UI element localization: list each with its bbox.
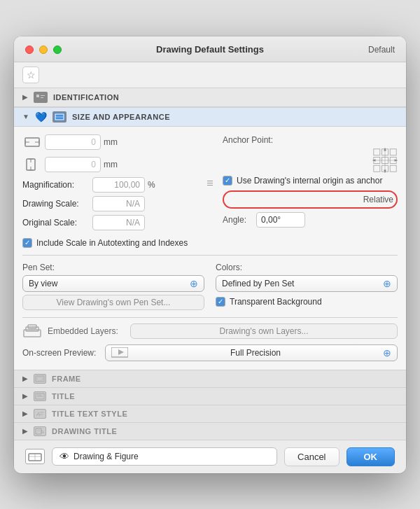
heart-icon: 💙 [35,111,47,123]
drawing-title-icon [34,426,46,436]
include-scale-label: Include Scale in Autotexting and Indexes [36,238,188,248]
include-scale-checkbox[interactable]: ✓ [22,238,32,248]
width-icon [22,132,42,152]
separator-2 [22,317,398,318]
minimize-button[interactable] [39,46,48,54]
section-title[interactable]: ▶ TITLE [14,387,406,405]
collapse-arrow-identification: ▶ [22,93,28,101]
height-icon [22,155,42,174]
penset-dropdown-arrow: ⊕ [190,278,198,289]
star-icon[interactable]: ☆ [22,67,39,83]
use-internal-origin-label: Use Drawing's internal origin as anchor [237,176,382,186]
default-button[interactable]: Default [368,45,395,55]
frame-arrow: ▶ [22,375,28,382]
close-button[interactable] [25,46,34,54]
width-input[interactable]: 0 [45,134,101,150]
magnification-row: Magnification: % [22,177,197,193]
section-title-text-style[interactable]: ▶ A TITLE TEXT STYLE [14,405,406,422]
anchor-crosshair [372,148,398,173]
embedded-layers-icon [22,324,42,338]
height-input[interactable]: 0 [45,157,101,172]
penset-value: By view [29,279,57,288]
width-unit: mm [104,137,118,147]
section-identification[interactable]: ▶ IDENTIFICATION [14,88,406,107]
colors-dropdown[interactable]: Defined by Pen Set ⊕ [216,275,398,292]
angle-row: Angle: 0,00° [223,212,398,228]
height-row: 0 mm [22,155,197,174]
transparent-bg-check: ✓ [218,298,223,305]
transparent-bg-row: ✓ Transparent Background [216,295,398,309]
drawing-scale-row: Drawing Scale: [22,196,197,211]
title-text-style-arrow: ▶ [22,410,28,417]
title-label: TITLE [52,392,75,400]
embedded-layers-row: Embedded Layers: Drawing's own Layers... [22,321,398,342]
anchor-label: Anchor Point: [223,135,398,145]
drawing-scale-input[interactable] [92,196,145,211]
size-appearance-label: SIZE AND APPEARANCE [72,113,170,121]
bottom-bar: 👁 Drawing & Figure Cancel OK [14,440,406,473]
include-scale-row: ✓ Include Scale in Autotexting and Index… [22,234,398,252]
svg-text:A: A [36,411,40,417]
colors-dropdown-arrow: ⊕ [383,278,391,289]
svg-rect-38 [37,377,43,380]
drawing-scale-label: Drawing Scale: [22,199,92,209]
onscreen-preview-row: On-screen Preview: Full Precision ⊕ [22,342,398,364]
identification-label: IDENTIFICATION [53,93,119,102]
section-drawing-title[interactable]: ▶ DRAWING TITLE [14,422,406,440]
embedded-layers-button[interactable]: Drawing's own Layers... [130,323,398,339]
svg-rect-17 [374,148,380,155]
svg-marker-46 [41,430,44,433]
onscreen-preview-dropdown[interactable]: Full Precision ⊕ [105,344,398,361]
magnification-label: Magnification: [22,180,92,190]
title-text-style-icon: A [34,409,46,419]
use-internal-origin-checkbox[interactable]: ✓ [223,176,232,186]
main-window: Drawing Default Settings Default ☆ ▶ IDE… [14,36,406,473]
penset-col-label: Pen Set: [22,263,204,272]
original-scale-input[interactable] [92,215,145,230]
main-content: 0 mm [14,127,406,370]
context-dropdown[interactable]: 👁 Drawing & Figure [52,447,277,466]
titlebar: Drawing Default Settings Default [14,36,406,62]
svg-marker-36 [118,349,124,355]
frame-icon [34,374,46,384]
transparent-bg-label: Transparent Background [230,297,322,307]
magnification-unit: % [148,180,162,190]
maximize-button[interactable] [53,46,62,54]
svg-rect-23 [374,165,380,172]
svg-rect-3 [41,97,43,98]
include-scale-check: ✓ [24,239,30,246]
content-area: ☆ ▶ IDENTIFICATION ▼ 💙 [14,62,406,473]
view-penset-button[interactable]: View Drawing's own Pen Set... [22,295,204,310]
svg-rect-25 [390,165,396,172]
drag-handle[interactable] [206,132,214,234]
angle-input[interactable]: 0,00° [256,212,305,228]
penset-dropdown[interactable]: By view ⊕ [22,275,204,292]
title-arrow: ▶ [22,392,28,400]
identification-icon [34,92,48,103]
section-size-appearance[interactable]: ▼ 💙 SIZE AND APPEARANCE [14,107,406,127]
original-scale-row: Original Scale: [22,215,197,230]
embedded-layers-label: Embedded Layers: [48,326,125,336]
original-scale-label: Original Scale: [22,218,92,228]
onscreen-preview-arrow: ⊕ [383,347,391,358]
right-panel: Anchor Point: [223,132,398,230]
collapse-arrow-size: ▼ [22,113,29,120]
drawing-title-arrow: ▶ [22,427,28,435]
svg-rect-1 [36,95,39,97]
section-frame[interactable]: ▶ FRAME [14,370,406,387]
context-label: Drawing & Figure [74,452,139,461]
bottom-icon [25,449,45,464]
penset-colors-row: Pen Set: By view ⊕ View Drawing's own Pe… [22,258,398,314]
fields-grid: 0 mm [22,132,398,234]
ok-button[interactable]: OK [346,447,396,466]
traffic-lights [25,46,62,54]
window-title: Drawing Default Settings [156,44,264,55]
colors-value: Defined by Pen Set [222,279,294,288]
use-internal-origin-row: ✓ Use Drawing's internal origin as ancho… [223,176,398,186]
transparent-bg-checkbox[interactable]: ✓ [216,297,225,307]
title-text-style-label: TITLE TEXT STYLE [52,410,127,418]
cancel-button[interactable]: Cancel [284,447,339,466]
title-icon [34,391,46,401]
preview-icon [111,347,128,358]
magnification-input[interactable] [92,177,145,193]
